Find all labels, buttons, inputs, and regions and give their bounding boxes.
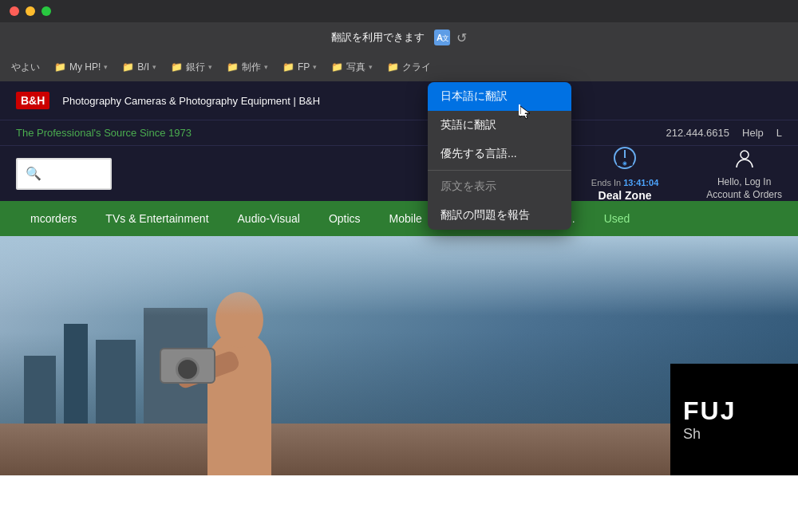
report-translation[interactable]: 翻訳の問題を報告: [428, 201, 571, 230]
chevron-down-icon: ▾: [369, 63, 373, 71]
nav-label: Optics: [329, 212, 361, 225]
nav-label: Audio-Visual: [238, 212, 300, 225]
minimize-button[interactable]: [26, 6, 35, 16]
translation-dropdown: 日本語に翻訳 英語に翻訳 優先する言語... 原文を表示 翻訳の問題を報告: [428, 82, 571, 230]
deal-zone-area: ◉ Ends In 13:41:04 Deal Zone: [591, 145, 658, 202]
account-icon: [733, 147, 756, 175]
bookmark-bank-label: 銀行: [186, 61, 205, 74]
bookmark-bi[interactable]: 📁 B/I ▾: [117, 60, 161, 74]
nav-item-used[interactable]: Used: [590, 201, 645, 236]
preferred-language-label: 優先する言語...: [440, 147, 517, 161]
refresh-icon[interactable]: ↺: [456, 30, 467, 45]
folder-icon: 📁: [387, 61, 399, 73]
chevron-down-icon: ▾: [104, 63, 108, 71]
preferred-language[interactable]: 優先する言語...: [428, 140, 571, 168]
tagline-text: The Professional's Source Since 1973: [16, 127, 192, 139]
account-greeting: Hello, Log In: [717, 176, 771, 187]
chevron-down-icon: ▾: [152, 63, 156, 71]
show-original[interactable]: 原文を表示: [428, 172, 571, 201]
bookmark-photos[interactable]: 📁 写真 ▾: [326, 59, 377, 76]
search-box[interactable]: 🔍: [16, 158, 112, 190]
help-link[interactable]: Help: [742, 127, 764, 139]
svg-text:◉: ◉: [623, 160, 627, 167]
bookmark-seisaku-label: 制作: [242, 61, 261, 74]
nav-label: TVs & Entertainment: [105, 212, 208, 225]
nav-item-optics[interactable]: Optics: [314, 201, 375, 236]
translation-bar-text: 翻訳を利用できます: [331, 30, 425, 45]
show-original-label: 原文を表示: [440, 179, 496, 194]
bookmark-yayoi[interactable]: やよい: [6, 59, 45, 76]
close-button[interactable]: [10, 6, 19, 16]
bookmark-photos-label: 写真: [346, 61, 365, 74]
translation-bar-icons: A 文 ↺: [434, 30, 467, 45]
chevron-down-icon: ▾: [313, 63, 317, 71]
translate-english-label: 英語に翻訳: [440, 118, 496, 132]
site-title: Photography Cameras & Photography Equipm…: [62, 95, 320, 107]
maximize-button[interactable]: [41, 6, 51, 16]
nav-label: mcorders: [30, 212, 77, 225]
svg-point-7: [741, 151, 749, 159]
account-area: Hello, Log In Account & Orders: [706, 147, 782, 200]
folder-icon: 📁: [331, 61, 343, 73]
report-translation-label: 翻訳の問題を報告: [440, 208, 530, 223]
bookmark-bank[interactable]: 📁 銀行 ▾: [166, 59, 217, 76]
translation-bar: 翻訳を利用できます A 文 ↺: [0, 22, 798, 53]
svg-text:文: 文: [442, 34, 448, 42]
deal-zone-label[interactable]: Deal Zone: [598, 189, 652, 202]
hero-area: FUJ Sh: [0, 236, 798, 475]
nav-item-audiovisual[interactable]: Audio-Visual: [223, 201, 314, 236]
chevron-down-icon: ▾: [264, 63, 268, 71]
utility-bar: 🔍 ◉ Ends In 13:41:04 Deal Zone Hello, Lo…: [0, 145, 798, 201]
live-chat-link[interactable]: L: [776, 127, 782, 139]
bookmark-fp-label: FP: [298, 61, 310, 73]
translate-to-english[interactable]: 英語に翻訳: [428, 111, 571, 140]
ends-in-text: Ends In: [591, 178, 621, 187]
folder-icon: 📁: [54, 61, 66, 73]
bookmark-bi-label: B/I: [137, 61, 149, 73]
folder-icon: 📁: [122, 61, 134, 73]
dropdown-divider: [428, 170, 571, 171]
nav-item-camcorders[interactable]: mcorders: [16, 201, 91, 236]
contact-info: 212.444.6615 Help L: [666, 127, 782, 139]
site-header: B&H Photography Cameras & Photography Eq…: [0, 81, 798, 120]
fuji-subtitle: Sh: [683, 426, 701, 443]
bh-logo[interactable]: B&H: [16, 92, 49, 109]
phone-number[interactable]: 212.444.6615: [666, 127, 729, 139]
translate-icon[interactable]: A 文: [434, 30, 450, 45]
bookmark-myhp[interactable]: 📁 My HP! ▾: [49, 60, 113, 74]
deal-timer: 13:41:04: [623, 178, 658, 187]
nav-item-tvs[interactable]: TVs & Entertainment: [91, 201, 223, 236]
bookmark-yayoi-label: やよい: [11, 61, 40, 74]
countdown-icon: ◉: [612, 145, 638, 176]
nav-label: Mobile: [389, 212, 422, 225]
titlebar: [0, 0, 798, 22]
folder-icon: 📁: [282, 61, 294, 73]
fuji-title: FUJ: [683, 396, 736, 426]
translate-to-japanese[interactable]: 日本語に翻訳: [428, 82, 571, 111]
folder-icon: 📁: [227, 61, 239, 73]
bookmark-client-label: クライ: [402, 61, 431, 74]
chevron-down-icon: ▾: [208, 63, 212, 71]
bookmarks-toolbar: やよい 📁 My HP! ▾ 📁 B/I ▾ 📁 銀行 ▾ 📁 制作 ▾ 📁 F…: [0, 53, 798, 81]
fuji-promo-box[interactable]: FUJ Sh: [670, 364, 798, 475]
bookmark-myhp-label: My HP!: [69, 61, 101, 73]
account-label[interactable]: Account & Orders: [706, 189, 782, 200]
translate-japanese-label: 日本語に翻訳: [440, 89, 508, 104]
nav-bar: mcorders TVs & Entertainment Audio-Visua…: [0, 201, 798, 236]
search-icon: 🔍: [26, 166, 41, 181]
bookmark-fp[interactable]: 📁 FP ▾: [278, 60, 322, 74]
bookmark-seisaku[interactable]: 📁 制作 ▾: [222, 59, 273, 76]
tagline-bar: The Professional's Source Since 1973 212…: [0, 120, 798, 145]
deal-ends-label: Ends In 13:41:04: [591, 178, 658, 187]
nav-label: Used: [604, 212, 630, 225]
bookmark-client[interactable]: 📁 クライ: [382, 59, 436, 76]
folder-icon: 📁: [171, 61, 183, 73]
